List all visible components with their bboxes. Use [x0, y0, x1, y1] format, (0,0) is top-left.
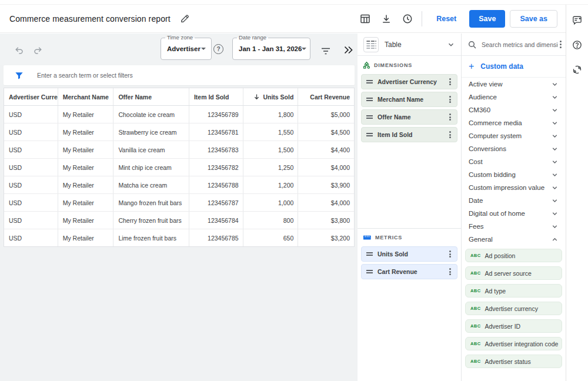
column-header-item-id-sold[interactable]: Item Id Sold: [189, 88, 243, 105]
kebab-menu-icon[interactable]: [447, 93, 453, 105]
drag-handle-icon[interactable]: [366, 251, 373, 258]
feedback-button[interactable]: [569, 12, 585, 28]
category-custom-bidding[interactable]: Custom bidding: [462, 168, 566, 181]
sort-desc-icon: [253, 93, 260, 100]
category-audience[interactable]: Audience: [462, 91, 566, 103]
edit-title-button[interactable]: [178, 11, 192, 26]
field-advertiser-status[interactable]: ABCAdvertiser status: [465, 355, 562, 368]
save-button[interactable]: Save: [469, 10, 505, 28]
time-zone-help-icon[interactable]: ?: [213, 44, 223, 54]
kebab-menu-icon[interactable]: [447, 129, 453, 140]
category-conversions[interactable]: Conversions: [462, 142, 566, 155]
filter-search-input[interactable]: [37, 72, 349, 79]
metric-chip-units-sold[interactable]: Units Sold: [361, 246, 457, 262]
table-cell: USD: [4, 159, 58, 176]
filter-list-button[interactable]: [318, 44, 333, 59]
dimension-chip-item-id-sold[interactable]: Item Id Sold: [361, 127, 457, 142]
fields-search-row[interactable]: Search metrics and dimensions: [462, 34, 566, 56]
kebab-menu-icon[interactable]: [447, 111, 453, 122]
table-cell: My Retailer: [58, 141, 114, 158]
table-chart-icon: [359, 13, 371, 25]
reset-button[interactable]: Reset: [428, 10, 465, 28]
field-advertiser-currency[interactable]: ABCAdvertiser currency: [465, 302, 562, 315]
chevron-down-icon: [551, 93, 559, 101]
text-type-badge: ABC: [470, 253, 480, 258]
category-fees[interactable]: Fees: [462, 220, 566, 233]
table-cell: $3,200: [298, 229, 354, 246]
field-ad-position[interactable]: ABCAd position: [465, 249, 562, 262]
drag-handle-icon[interactable]: [366, 269, 373, 275]
category-digital-out-of-home[interactable]: Digital out of home: [462, 207, 566, 220]
category-general[interactable]: General: [462, 233, 566, 246]
column-header-cart-revenue[interactable]: Cart Revenue: [298, 88, 354, 105]
table-row: USDMy RetailerChocolate ice cream1234567…: [4, 106, 354, 123]
drag-handle-icon[interactable]: [366, 114, 373, 121]
download-button[interactable]: [378, 11, 395, 27]
metric-chip-list: Units SoldCart Revenue: [358, 246, 461, 279]
field-advertiser-id[interactable]: ABCAdvertiser ID: [465, 319, 562, 333]
table-cell: 123456783: [189, 141, 243, 158]
guide-button[interactable]: [569, 62, 585, 78]
chevron-down-icon: [447, 41, 455, 49]
drag-handle-icon[interactable]: [366, 79, 373, 85]
table-cell: 1,250: [243, 159, 299, 176]
field-advertiser-integration-code[interactable]: ABCAdvertiser integration code: [465, 337, 562, 350]
save-as-button[interactable]: Save as: [510, 10, 557, 28]
category-label: Fees: [469, 223, 484, 230]
table-cell: USD: [4, 229, 58, 246]
category-computer-system[interactable]: Computer system: [462, 129, 566, 142]
field-label: Advertiser integration code: [485, 340, 558, 347]
kebab-menu-icon[interactable]: [447, 266, 453, 277]
table-row: USDMy RetailerMango frozen fruit bars123…: [4, 194, 354, 212]
table-cell: 1,200: [243, 176, 299, 193]
column-header-units-sold[interactable]: Units Sold: [243, 88, 299, 105]
table-cell: USD: [4, 141, 58, 158]
kebab-menu-icon[interactable]: [447, 248, 453, 259]
drag-handle-icon[interactable]: [366, 132, 373, 138]
drag-handle-icon[interactable]: [366, 96, 373, 103]
date-range-select[interactable]: Date range Jan 1 - Jan 31, 2026: [232, 38, 310, 60]
category-cm360[interactable]: CM360: [462, 103, 566, 116]
redo-button[interactable]: [31, 43, 45, 58]
field-ad-type[interactable]: ABCAd type: [465, 284, 562, 298]
category-label: General: [469, 236, 493, 243]
field-ad-server-source[interactable]: ABCAd server source: [465, 266, 562, 280]
metric-chip-cart-revenue[interactable]: Cart Revenue: [361, 264, 457, 279]
category-label: Commerce media: [469, 119, 522, 126]
column-header-merchant-name[interactable]: Merchant Name: [58, 88, 114, 105]
dimension-chip-advertiser-currency[interactable]: Advertiser Currency: [361, 74, 457, 89]
chevron-down-icon: [551, 197, 559, 205]
kebab-menu-icon[interactable]: [447, 76, 453, 87]
more-options-icon[interactable]: [558, 39, 563, 50]
column-header-label: Advertiser Currency: [9, 93, 58, 101]
column-header-label: Item Id Sold: [194, 93, 229, 101]
category-date[interactable]: Date: [462, 194, 566, 207]
collapse-panel-button[interactable]: [340, 43, 356, 57]
dimension-chip-offer-name[interactable]: Offer Name: [361, 109, 457, 125]
chevron-down-icon: [551, 223, 559, 230]
view-type-selector[interactable]: Table: [358, 34, 461, 56]
custom-data-button[interactable]: + Custom data: [462, 56, 566, 78]
category-active-view[interactable]: Active view: [462, 78, 566, 91]
category-commerce-media[interactable]: Commerce media: [462, 116, 566, 129]
field-label: Advertiser status: [485, 358, 530, 365]
undo-button[interactable]: [12, 43, 26, 58]
schedule-button[interactable]: [399, 11, 416, 27]
category-label: Digital out of home: [469, 210, 525, 217]
table-settings-button[interactable]: [357, 11, 373, 27]
header-icon-group: [357, 11, 416, 27]
filter-list-icon: [320, 46, 331, 56]
dimension-chip-merchant-name[interactable]: Merchant Name: [361, 92, 457, 107]
category-custom-impression-value[interactable]: Custom impression value: [462, 181, 566, 194]
time-zone-select[interactable]: Time zone Advertiser: [161, 38, 212, 60]
table-cell: Vanilla ice cream: [113, 141, 189, 158]
table-cell: 1,500: [243, 141, 299, 158]
table-cell: 650: [243, 229, 299, 246]
column-header-advertiser-currency[interactable]: Advertiser Currency: [4, 88, 58, 105]
chip-label: Item Id Sold: [377, 131, 413, 138]
table-body: USDMy RetailerChocolate ice cream1234567…: [4, 106, 354, 246]
chip-label: Offer Name: [377, 113, 411, 121]
help-button[interactable]: [569, 37, 585, 53]
column-header-offer-name[interactable]: Offer Name: [113, 88, 189, 105]
category-cost[interactable]: Cost: [462, 155, 566, 168]
